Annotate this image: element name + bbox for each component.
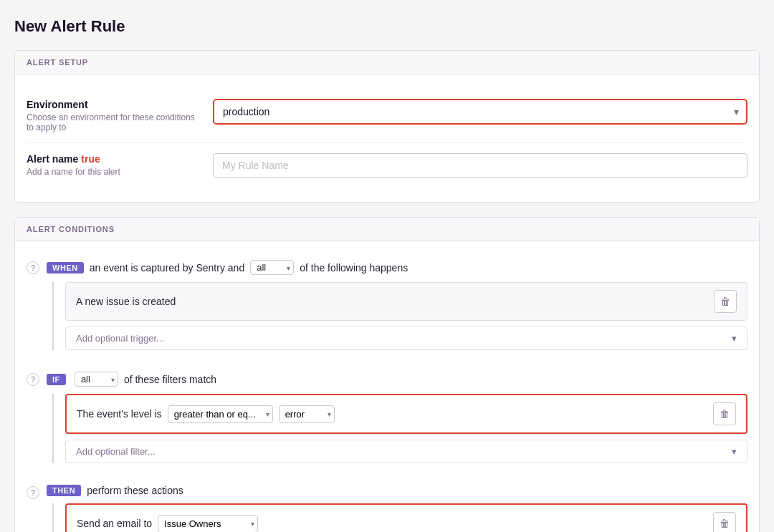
trigger-delete-button[interactable]: 🗑 <box>714 290 737 313</box>
environment-description: Choose an environment for these conditio… <box>27 112 199 132</box>
when-help-icon[interactable]: ? <box>27 261 39 274</box>
recipient-select[interactable]: Issue Owners Team Member <box>158 515 258 533</box>
when-text-before: an event is captured by Sentry and <box>90 262 244 274</box>
action-row: Send an email to Issue Owners Team Membe… <box>77 515 258 533</box>
if-help-icon[interactable]: ? <box>27 373 39 386</box>
alert-name-row: Alert name true Add a name for this aler… <box>27 143 747 188</box>
alert-setup-header: ALERT SETUP <box>15 51 759 74</box>
if-row: ? IF all any none ▾ of these filters m <box>15 364 759 470</box>
then-badge: THEN <box>47 485 81 496</box>
alert-conditions-header: ALERT CONDITIONS <box>15 218 759 241</box>
if-content: The event's level is greater than or eq.… <box>47 394 747 463</box>
when-all-select[interactable]: all any none <box>250 260 294 275</box>
then-help-icon[interactable]: ? <box>27 486 39 499</box>
alert-name-label: Alert name true <box>27 153 199 165</box>
when-content: A new issue is created 🗑 Add optional tr… <box>47 282 747 350</box>
add-filter-chevron-icon: ▾ <box>732 446 737 457</box>
filter-delete-button[interactable]: 🗑 <box>713 402 736 425</box>
if-text-after: of these filters match <box>124 374 216 385</box>
when-badge: WHEN <box>47 262 84 274</box>
add-filter-button[interactable]: Add optional filter... ▾ <box>65 440 747 463</box>
add-trigger-button[interactable]: Add optional trigger... ▾ <box>65 327 747 350</box>
add-trigger-chevron-icon: ▾ <box>732 333 737 344</box>
if-all-select-wrapper: all any none ▾ <box>75 372 118 387</box>
then-vline <box>52 503 54 532</box>
when-all-select-wrapper: all any none ▾ <box>250 260 294 275</box>
then-text-after: perform these actions <box>87 485 183 496</box>
required-indicator: true <box>81 153 100 165</box>
when-text-after: of the following happens <box>300 262 408 274</box>
trigger-block: A new issue is created 🗑 <box>65 282 747 321</box>
then-content: Send an email to Issue Owners Team Membe… <box>47 503 747 532</box>
action-delete-button[interactable]: 🗑 <box>713 512 736 532</box>
conditions-body: ? WHEN an event is captured by Sentry an… <box>15 241 759 532</box>
if-vline <box>52 394 54 463</box>
action-block: Send an email to Issue Owners Team Membe… <box>65 503 747 532</box>
filter-comparison-select[interactable]: greater than or eq... equal to less than… <box>168 405 273 423</box>
filter-text1: The event's level is <box>77 408 162 420</box>
alert-name-description: Add a name for this alert <box>27 167 199 177</box>
if-all-select[interactable]: all any none <box>75 372 118 387</box>
send-email-label: Send an email to <box>77 518 152 529</box>
environment-label: Environment <box>27 99 199 110</box>
environment-select[interactable]: production staging development <box>214 100 746 123</box>
trigger-text: A new issue is created <box>76 296 176 307</box>
page-title: New Alert Rule <box>14 17 760 36</box>
filter-row: The event's level is greater than or eq.… <box>77 405 335 423</box>
alert-setup-section: ALERT SETUP Environment Choose an enviro… <box>14 50 760 203</box>
when-row: ? WHEN an event is captured by Sentry an… <box>15 253 759 357</box>
filter-level-select[interactable]: error warning info debug fatal <box>279 405 335 423</box>
filter-block: The event's level is greater than or eq.… <box>65 394 747 434</box>
when-vline <box>52 282 54 350</box>
alert-name-input[interactable] <box>213 153 747 178</box>
if-badge: IF <box>47 374 66 385</box>
then-row: ? THEN perform these actions Send an ema… <box>15 478 759 532</box>
environment-row: Environment Choose an environment for th… <box>27 89 747 143</box>
alert-conditions-section: ALERT CONDITIONS ? WHEN an event is capt… <box>14 217 760 532</box>
